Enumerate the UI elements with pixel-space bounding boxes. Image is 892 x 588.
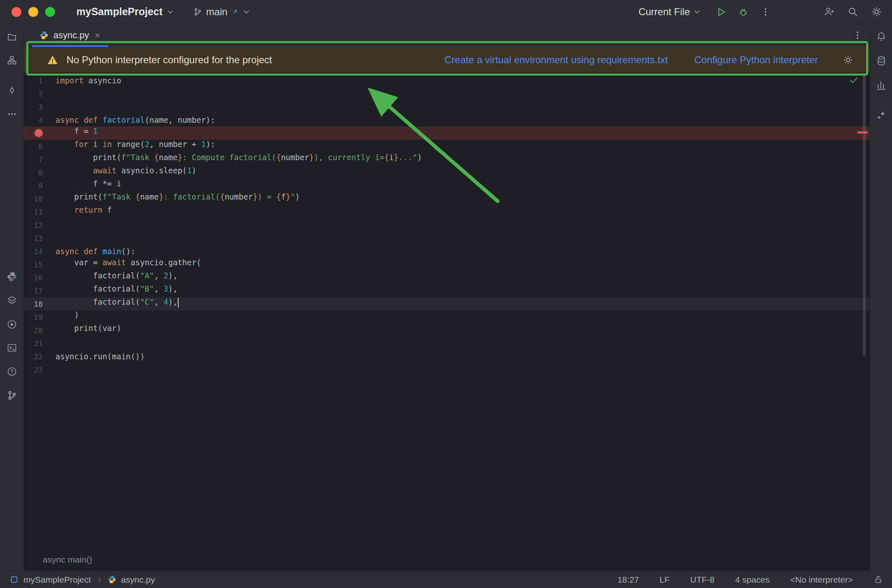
- code-text: asyncio.run(main()): [55, 352, 145, 361]
- search-everywhere-button[interactable]: [844, 3, 862, 21]
- ai-assistant-button[interactable]: [873, 107, 890, 124]
- code-line-22[interactable]: 22asyncio.run(main()): [24, 350, 870, 363]
- code-line-5[interactable]: f = 1: [24, 126, 870, 140]
- code-line-2[interactable]: 2: [24, 87, 870, 100]
- line-number[interactable]: 20: [24, 326, 43, 335]
- line-number[interactable]: 12: [24, 221, 43, 230]
- code-line-20[interactable]: 20 print(var): [24, 324, 870, 337]
- more-actions-button[interactable]: [756, 3, 775, 21]
- code-line-23[interactable]: 23: [24, 363, 870, 376]
- code-line-10[interactable]: 10 print(f"Task {name}: factorial({numbe…: [24, 192, 870, 205]
- code-line-4[interactable]: 4async def factorial(name, number):: [24, 113, 870, 126]
- window-minimize-button[interactable]: [28, 7, 38, 17]
- code-line-13[interactable]: 13: [24, 232, 870, 245]
- banner-settings-gear-icon[interactable]: [843, 55, 853, 65]
- code-line-21[interactable]: 21: [24, 337, 870, 350]
- python-packages-toolwindow-button[interactable]: [3, 268, 21, 285]
- line-number[interactable]: 9: [24, 181, 43, 190]
- code-line-15[interactable]: 15 var = await asyncio.gather(: [24, 258, 870, 271]
- code-line-7[interactable]: 7 print(f"Task {name}: Compute factorial…: [24, 153, 870, 166]
- database-toolwindow-button[interactable]: [873, 52, 890, 69]
- line-number[interactable]: 3: [24, 103, 43, 111]
- ellipsis-icon: [7, 109, 17, 119]
- line-number[interactable]: 2: [24, 90, 43, 98]
- code-line-8[interactable]: 8 await asyncio.sleep(1): [24, 166, 870, 179]
- project-widget[interactable]: mySampleProject: [76, 6, 174, 18]
- line-number[interactable]: 10: [24, 195, 43, 203]
- code-line-6[interactable]: 6 for i in range(2, number + 1):: [24, 140, 870, 153]
- code-line-14[interactable]: 14async def main():: [24, 245, 870, 258]
- statusbar-project-name[interactable]: mySampleProject: [23, 575, 91, 585]
- line-number[interactable]: 19: [24, 313, 43, 322]
- code-area[interactable]: 1import asyncio234async def factorial(na…: [24, 73, 870, 376]
- code-line-9[interactable]: 9 f *= i: [24, 179, 870, 192]
- breakpoint-gutter[interactable]: [24, 129, 43, 137]
- tab-options-button[interactable]: [853, 30, 862, 40]
- configure-interpreter-link[interactable]: Configure Python interpreter: [694, 54, 818, 66]
- tab-async-py[interactable]: async.py: [32, 24, 108, 47]
- code-text: for i in range(2, number + 1):: [55, 140, 215, 153]
- version-control-toolwindow-button[interactable]: [3, 387, 21, 404]
- code-line-18[interactable]: 18 factorial("C", 4),: [24, 297, 870, 310]
- run-button[interactable]: [712, 3, 730, 21]
- breadcrumb[interactable]: async main(): [43, 555, 92, 565]
- interpreter-widget[interactable]: <No interpreter>: [790, 575, 853, 585]
- breakpoint-dot[interactable]: [34, 129, 43, 137]
- run-configuration-selector[interactable]: Current File: [639, 6, 701, 18]
- line-separator-widget[interactable]: LF: [660, 575, 670, 585]
- code-line-12[interactable]: 12: [24, 218, 870, 232]
- line-number[interactable]: 11: [24, 208, 43, 216]
- window-close-button[interactable]: [11, 7, 21, 17]
- line-number[interactable]: 1: [24, 76, 43, 85]
- window-zoom-button[interactable]: [45, 7, 55, 17]
- create-venv-link[interactable]: Create a virtual environment using requi…: [444, 54, 668, 66]
- warning-icon: [47, 54, 58, 66]
- line-number[interactable]: 15: [24, 260, 43, 269]
- line-number[interactable]: 8: [24, 168, 43, 177]
- close-icon[interactable]: [94, 32, 101, 39]
- line-number[interactable]: 13: [24, 234, 43, 243]
- code-line-16[interactable]: 16 factorial("A", 2),: [24, 271, 870, 284]
- editor-scrollbar[interactable]: [863, 74, 866, 356]
- lock-icon[interactable]: [874, 575, 883, 584]
- line-number[interactable]: 21: [24, 339, 43, 348]
- more-toolwindows-button[interactable]: [3, 106, 21, 123]
- line-number[interactable]: 17: [24, 287, 43, 295]
- line-number[interactable]: 23: [24, 365, 43, 374]
- editor-pane[interactable]: 1import asyncio234async def factorial(na…: [24, 73, 870, 549]
- breakpoint-stripe-marker[interactable]: [858, 131, 867, 133]
- line-number[interactable]: 14: [24, 247, 43, 256]
- services-toolwindow-button[interactable]: [3, 292, 21, 309]
- chart-icon: [876, 80, 887, 90]
- code-line-17[interactable]: 17 factorial("B", 3),: [24, 284, 870, 297]
- debug-button[interactable]: [734, 3, 752, 21]
- run-toolwindow-button[interactable]: [3, 316, 21, 333]
- line-number[interactable]: 6: [24, 142, 43, 151]
- terminal-toolwindow-button[interactable]: [3, 339, 21, 356]
- code-with-me-button[interactable]: [820, 3, 838, 21]
- line-number[interactable]: 18: [24, 300, 43, 308]
- problems-toolwindow-button[interactable]: [3, 363, 21, 380]
- settings-button[interactable]: [867, 3, 885, 21]
- line-number[interactable]: 7: [24, 155, 43, 164]
- indent-widget[interactable]: 4 spaces: [735, 575, 770, 585]
- line-number[interactable]: 22: [24, 352, 43, 361]
- code-line-11[interactable]: 11 return f: [24, 205, 870, 218]
- code-line-3[interactable]: 3: [24, 100, 870, 113]
- encoding-widget[interactable]: UTF-8: [690, 575, 715, 585]
- code-line-19[interactable]: 19 ): [24, 310, 870, 324]
- commit-toolwindow-button[interactable]: [3, 82, 21, 99]
- statusbar-file-name[interactable]: async.py: [121, 575, 155, 585]
- terminal-icon: [7, 342, 17, 353]
- vcs-branch-widget[interactable]: main: [193, 6, 250, 18]
- structure-toolwindow-button[interactable]: [3, 52, 21, 69]
- line-number[interactable]: 16: [24, 273, 43, 282]
- cursor-position-widget[interactable]: 18:27: [617, 575, 639, 585]
- code-line-1[interactable]: 1import asyncio: [24, 74, 870, 87]
- line-number[interactable]: 4: [24, 116, 43, 124]
- project-toolwindow-button[interactable]: [3, 28, 21, 46]
- notifications-button[interactable]: [873, 28, 890, 45]
- inspections-ok-check-icon[interactable]: [848, 75, 859, 85]
- plots-toolwindow-button[interactable]: [873, 76, 890, 94]
- interpreter-warning-banner: No Python interpreter configured for the…: [24, 47, 870, 73]
